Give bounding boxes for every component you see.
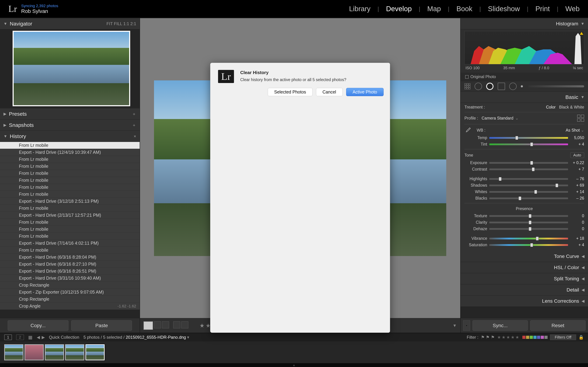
view-config-icon-2[interactable] [181, 321, 188, 328]
dehaze-slider[interactable] [489, 228, 568, 230]
wb-value[interactable]: As Shot [566, 128, 580, 133]
history-item[interactable]: From Lr mobile [0, 163, 140, 170]
panel-header-tone-curve[interactable]: Tone Curve◀ [461, 251, 588, 262]
display-2[interactable]: 2 [16, 334, 24, 340]
before-after-icon[interactable] [154, 321, 161, 328]
sync-status[interactable]: Syncing 2,392 photos [21, 4, 58, 8]
highlights-slider[interactable] [489, 178, 568, 180]
history-item[interactable]: Export - Hard Drive (3/12/18 2:51:13 PM) [0, 198, 140, 205]
mask-slider[interactable] [528, 85, 584, 87]
filmstrip-thumb-selected[interactable] [85, 344, 105, 360]
snapshots-header[interactable]: ▶ Snapshots ＋ [0, 119, 140, 131]
history-item[interactable]: From Lr mobile [0, 247, 140, 254]
module-develop[interactable]: Develop [386, 5, 412, 13]
treatment-color[interactable]: Color [546, 105, 556, 109]
color-swatch[interactable] [541, 336, 544, 339]
module-book[interactable]: Book [456, 5, 472, 13]
crop-tool-icon[interactable] [465, 83, 470, 89]
graduated-filter-icon[interactable] [498, 83, 505, 90]
shadows-slider[interactable] [489, 184, 568, 186]
display-1[interactable]: 1 [4, 334, 12, 340]
filmstrip-handle-icon[interactable]: ▲ [0, 363, 588, 367]
color-swatch[interactable] [522, 336, 526, 339]
auto-tone-button[interactable]: Auto [570, 152, 584, 158]
color-label-filter[interactable] [522, 336, 548, 339]
original-photo-toggle[interactable]: Original Photo [461, 73, 588, 81]
history-item[interactable]: Export - Zip Exporter (10/12/15 9:07:05 … [0, 289, 140, 296]
tint-slider[interactable] [489, 143, 568, 145]
before-after-icon-2[interactable] [162, 321, 169, 328]
panel-header-split-toning[interactable]: Split Toning◀ [461, 273, 588, 284]
panel-header-lens-corrections[interactable]: Lens Corrections◀ [461, 296, 588, 307]
history-item[interactable]: Export - Hard Drive (6/3/16 8:27:10 PM) [0, 261, 140, 268]
history-header[interactable]: ▼ History × [0, 131, 140, 142]
color-swatch[interactable] [533, 336, 536, 339]
profile-browser-icon[interactable] [577, 115, 584, 122]
history-item[interactable]: Export - Hard Drive (6/3/16 8:28:04 PM) [0, 254, 140, 261]
history-item[interactable]: Export - Hard Drive (3/31/16 10:59:40 AM… [0, 275, 140, 282]
saturation-slider[interactable] [489, 244, 568, 246]
module-library[interactable]: Library [349, 5, 371, 13]
temp-slider[interactable] [489, 137, 568, 139]
filmstrip[interactable] [0, 342, 588, 363]
spot-removal-icon[interactable] [475, 83, 482, 90]
module-slideshow[interactable]: Slideshow [488, 5, 520, 13]
treatment-bw[interactable]: Black & White [559, 105, 584, 109]
whites-slider[interactable] [489, 191, 568, 193]
flag-filter-icon[interactable]: ⚑ ⚑ ⚑ [481, 335, 495, 340]
paste-button[interactable]: Paste [71, 320, 132, 331]
filmstrip-thumb[interactable] [4, 344, 24, 360]
profile-value[interactable]: Camera Standard [482, 116, 513, 121]
navigator-header[interactable]: ▼ Navigator FIT FILL 1:1 2:1 [0, 18, 140, 29]
history-item[interactable]: From Lr mobile [0, 184, 140, 191]
reset-button[interactable]: Reset [530, 320, 586, 331]
switch-icon[interactable]: ▪ [463, 320, 470, 331]
history-item[interactable]: From Lr mobile [0, 142, 140, 149]
blacks-slider[interactable] [489, 198, 568, 199]
sync-button[interactable]: Sync... [473, 320, 528, 331]
clarity-slider[interactable] [489, 222, 568, 223]
filter-lock-icon[interactable]: 🔒 [579, 335, 584, 340]
active-photo-button[interactable]: Active Photo [346, 88, 384, 96]
filters-off-dropdown[interactable]: Filters Off [550, 334, 576, 340]
filmstrip-thumb[interactable] [65, 344, 84, 360]
panel-header-detail[interactable]: Detail◀ [461, 284, 588, 296]
brush-tool-icon[interactable] [521, 85, 523, 87]
navigator-preview[interactable] [0, 29, 140, 108]
contrast-slider[interactable] [489, 168, 568, 170]
history-item[interactable]: From Lr mobile [0, 156, 140, 163]
module-web[interactable]: Web [565, 5, 579, 13]
toolbar-menu-icon[interactable]: ▼ [453, 323, 457, 328]
histogram-header[interactable]: Histogram▼ [461, 18, 588, 29]
history-item[interactable]: From Lr mobile [0, 233, 140, 240]
history-item[interactable]: From Lr mobile [0, 177, 140, 184]
view-config-icon[interactable] [173, 321, 180, 328]
history-item[interactable]: Crop Rectangle [0, 296, 140, 303]
redeye-tool-icon[interactable] [486, 83, 493, 90]
color-swatch[interactable] [545, 336, 548, 339]
histogram[interactable]: ISO 100 35 mm ƒ / 8.0 ⅛ sec [461, 29, 588, 73]
history-item[interactable]: Export - Hard Drive (2/13/17 12:57:21 PM… [0, 212, 140, 219]
wb-eyedropper-icon[interactable] [465, 127, 471, 134]
prev-arrow-icon[interactable]: ◀ [37, 335, 40, 340]
grid-view-icon[interactable]: ▦ [28, 335, 33, 340]
history-item[interactable]: Export - Hard Drive (12/4/19 10:39:47 AM… [0, 149, 140, 156]
navigator-zoom[interactable]: FIT FILL 1:1 2:1 [107, 21, 136, 26]
history-item[interactable]: From Lr mobile [0, 226, 140, 233]
clipping-warning-icon[interactable] [580, 32, 583, 35]
filmstrip-thumb[interactable] [45, 344, 64, 360]
history-item[interactable]: From Lr mobile [0, 219, 140, 226]
history-item[interactable]: Export - Hard Drive (7/14/16 4:02:11 PM) [0, 240, 140, 247]
history-item[interactable]: Crop Rectangle [0, 282, 140, 289]
radial-filter-icon[interactable] [509, 83, 517, 90]
color-swatch[interactable] [537, 336, 540, 339]
texture-slider[interactable] [489, 215, 568, 217]
vibrance-slider[interactable] [489, 238, 568, 239]
rating-filter[interactable]: ★★★★★ [497, 335, 520, 340]
exposure-slider[interactable] [489, 162, 568, 164]
panel-header-hsl-color[interactable]: HSL / Color◀ [461, 262, 588, 273]
color-swatch[interactable] [530, 336, 533, 339]
color-swatch[interactable] [526, 336, 529, 339]
history-item[interactable]: From Lr mobile [0, 170, 140, 177]
module-print[interactable]: Print [535, 5, 550, 13]
